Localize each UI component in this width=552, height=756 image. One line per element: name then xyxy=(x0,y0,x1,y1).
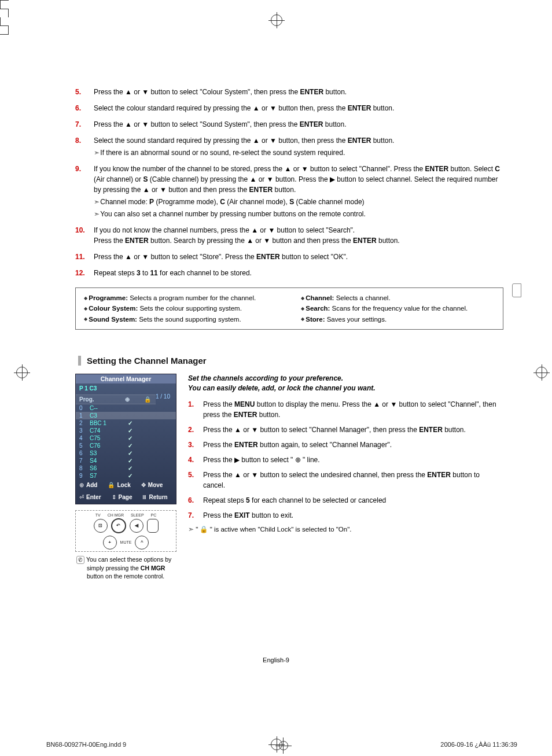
osd-row: 1C3 xyxy=(76,412,176,419)
osd-row-name: C74 xyxy=(90,427,122,434)
osd-header-prog: Prog. xyxy=(79,396,111,403)
osd-sub-text: P 1 C3 xyxy=(79,385,97,392)
legend-lock: 🔒Lock xyxy=(108,482,130,488)
osd-row: 6S3 xyxy=(76,449,176,457)
osd-row-check xyxy=(122,465,139,471)
step-text: Press the EXIT button to exit. xyxy=(203,510,503,521)
step-number: 10. xyxy=(75,225,94,246)
print-footer-right: 2006-09-16 ¿ÀÀü 11:36:39 xyxy=(440,741,517,750)
step-number: 5. xyxy=(75,87,94,97)
remote-sleep-button: ◀ xyxy=(130,519,143,533)
step-number: 7. xyxy=(75,119,94,130)
osd-row-check xyxy=(122,420,139,426)
registration-mark-icon xyxy=(279,741,288,750)
check-icon xyxy=(128,427,133,434)
osd-row-num: 0 xyxy=(79,405,90,411)
osd-row-name: C-- xyxy=(90,405,122,411)
step-item: 3.Press the ENTER button again, to selec… xyxy=(188,440,503,450)
remote-note-text: You can select these options by simply p… xyxy=(86,556,171,580)
step-item: 5.Press the ▲ or ▼ button to select "Col… xyxy=(75,87,503,97)
check-icon xyxy=(128,435,133,441)
osd-row: 0C-- xyxy=(76,404,176,412)
side-tab-icon xyxy=(512,283,521,297)
definitions-left: Programme: Selects a program number for … xyxy=(84,293,278,324)
definitions-box: Programme: Selects a program number for … xyxy=(75,287,503,330)
osd-row-name: S7 xyxy=(90,473,122,479)
intro-text: Set the channels according to your prefe… xyxy=(188,374,503,393)
steps-list-right: 1.Press the MENU button to display the m… xyxy=(188,399,503,521)
enter-icon: ⏎ xyxy=(79,494,84,500)
osd-row-num: 2 xyxy=(79,420,90,426)
definition-item: Sound System: Sets the sound supporting … xyxy=(84,314,278,324)
step-item: 10.If you do not know the channel number… xyxy=(75,225,503,246)
step-text: Press the ▶ button to select " ⊕ " line. xyxy=(203,455,503,465)
step-sub-note: Channel mode: P (Programme mode), C (Air… xyxy=(94,197,503,207)
check-icon xyxy=(128,420,133,426)
step-text: Press the ▲ or ▼ button to select "Sound… xyxy=(94,119,503,130)
legend-return: ⅢReturn xyxy=(142,494,167,500)
definition-item: Search: Scans for the frequency value fo… xyxy=(301,303,495,314)
legend-move-label: Move xyxy=(148,482,163,488)
step-item: 2.Press the ▲ or ▼ button to select "Cha… xyxy=(188,425,503,435)
osd-row-check xyxy=(122,435,139,441)
step-item: 9.If you know the number of the channel … xyxy=(75,164,503,219)
legend-enter-label: Enter xyxy=(86,494,101,500)
osd-row-name: C75 xyxy=(90,435,122,441)
step-text: Select the sound standard required by pr… xyxy=(94,135,503,158)
move-icon: ✥ xyxy=(141,482,146,488)
remote-plus-button: + xyxy=(103,536,117,550)
step-number: 7. xyxy=(188,510,203,521)
return-icon: Ⅲ xyxy=(142,494,146,500)
section-body: Channel Manager P 1 C3 1 / 10 Prog. ⊕ 🔒 … xyxy=(75,374,503,580)
step-number: 4. xyxy=(188,455,203,465)
osd-row: 3C74 xyxy=(76,427,176,434)
remote-label-tv: TV xyxy=(95,513,101,517)
osd-header-add-icon: ⊕ xyxy=(111,396,143,403)
registration-mark-icon xyxy=(271,14,282,26)
step-item: 11.Press the ▲ or ▼ button to select "St… xyxy=(75,252,503,262)
end-note: " 🔒 " is active when "Child Lock" is sel… xyxy=(188,525,503,533)
steps-list-top: 5.Press the ▲ or ▼ button to select "Col… xyxy=(75,87,503,278)
definition-item: Store: Saves your settings. xyxy=(301,314,495,324)
print-footer: BN68-00927H-00Eng.indd 9 2006-09-16 ¿ÀÀü… xyxy=(46,741,517,750)
osd-row-num: 3 xyxy=(79,427,90,434)
step-item: 1.Press the MENU button to display the m… xyxy=(188,399,503,420)
content-area: 5.Press the ▲ or ▼ button to select "Col… xyxy=(75,87,503,581)
step-item: 5.Press the ▲ or ▼ button to select the … xyxy=(188,470,503,491)
legend-add: ⊕Add xyxy=(79,482,97,488)
osd-row-name: C76 xyxy=(90,442,122,449)
osd-row: 9S7 xyxy=(76,472,176,480)
step-item: 4.Press the ▶ button to select " ⊕ " lin… xyxy=(188,455,503,465)
osd-rows: 0C--1C32BBC 13C744C755C766S37S48S69S7 xyxy=(76,404,176,480)
step-number: 9. xyxy=(75,164,94,219)
legend-return-label: Return xyxy=(149,494,167,500)
check-icon xyxy=(128,473,133,479)
legend-enter: ⏎Enter xyxy=(79,494,101,500)
step-number: 12. xyxy=(75,268,94,278)
print-footer-left: BN68-00927H-00Eng.indd 9 xyxy=(46,741,126,750)
remote-up-button: ^ xyxy=(135,536,149,550)
definition-item: Colour System: Sets the colour supportin… xyxy=(84,303,278,314)
step-sub-note: You can also set a channel number by pre… xyxy=(94,209,503,219)
osd-row-name: BBC 1 xyxy=(90,420,122,426)
crop-mark xyxy=(0,17,9,26)
step-number: 11. xyxy=(75,252,94,262)
osd-row-num: 6 xyxy=(79,450,90,456)
remote-pc-button xyxy=(147,519,159,533)
osd-row-check xyxy=(122,473,139,479)
osd-row-check xyxy=(122,412,139,419)
step-sub-note: If there is an abnormal sound or no soun… xyxy=(94,147,503,158)
osd-row-name: S3 xyxy=(90,450,122,456)
registration-mark-icon xyxy=(536,367,547,378)
registration-mark-icon xyxy=(16,367,28,378)
legend-lock-label: Lock xyxy=(117,482,130,488)
step-number: 8. xyxy=(75,135,94,158)
remote-note: ✆You can select these options by simply … xyxy=(75,555,176,580)
step-text: Press the MENU button to display the men… xyxy=(203,399,503,420)
remote-tv-button: ⊡ xyxy=(94,519,108,533)
remote-label-sleep: SLEEP xyxy=(131,513,144,517)
step-item: 6.Repeat steps 5 for each channel to be … xyxy=(188,495,503,506)
remote-mute-label: MUTE xyxy=(120,540,132,544)
check-icon xyxy=(128,458,133,464)
step-item: 7.Press the ▲ or ▼ button to select "Sou… xyxy=(75,119,503,130)
